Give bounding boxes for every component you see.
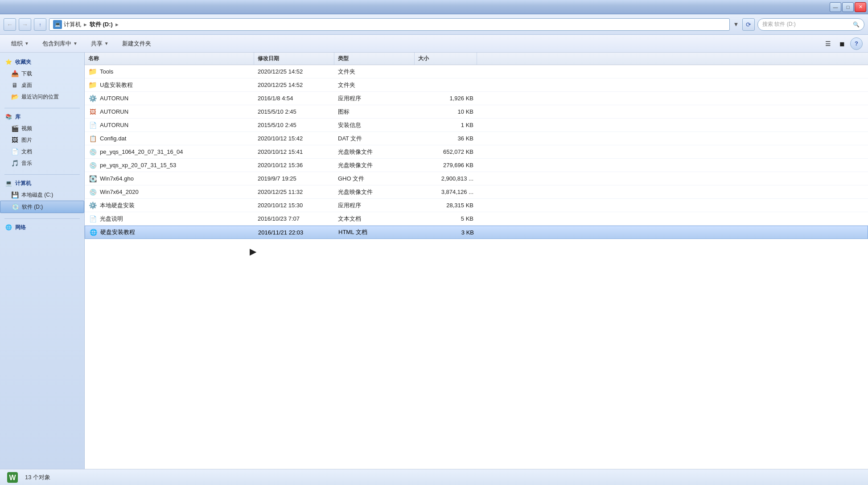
file-name-text: Tools	[100, 68, 113, 75]
file-date-cell: 2020/12/25 11:32	[254, 185, 334, 198]
col-header-size[interactable]: 大小	[415, 53, 477, 65]
file-type-cell: 图标	[334, 105, 415, 118]
file-date-cell: 2015/5/10 2:45	[254, 105, 334, 118]
downloads-icon: 📥	[11, 70, 19, 78]
file-size-cell: 1 KB	[415, 119, 477, 132]
file-type-icon: 💿	[88, 148, 97, 156]
table-row[interactable]: 📄 光盘说明 2016/10/23 7:07 文本文档 5 KB	[85, 212, 868, 226]
file-date-text: 2020/12/25 14:52	[258, 82, 303, 88]
close-button[interactable]: ✕	[855, 2, 866, 12]
help-button[interactable]: ?	[850, 37, 863, 50]
table-row[interactable]: 🌐 硬盘安装教程 2016/11/21 22:03 HTML 文档 3 KB	[85, 226, 868, 239]
file-size-cell: 279,696 KB	[415, 159, 477, 172]
file-size-text: 36 KB	[458, 135, 473, 142]
sidebar-item-recent[interactable]: 📂 最近访问的位置	[0, 91, 84, 103]
sidebar-item-video[interactable]: 🎬 视频	[0, 123, 84, 134]
file-size-cell	[415, 78, 477, 91]
sidebar-item-pictures[interactable]: 🖼 图片	[0, 134, 84, 146]
file-type-icon: 💿	[88, 161, 97, 170]
forward-button[interactable]: →	[19, 18, 31, 31]
sidebar-item-software-d[interactable]: 💿 软件 (D:)	[0, 201, 84, 213]
back-button[interactable]: ←	[4, 18, 16, 31]
sidebar-item-music[interactable]: 🎵 音乐	[0, 157, 84, 169]
file-size-cell: 10 KB	[415, 105, 477, 118]
table-row[interactable]: 💽 Win7x64.gho 2019/9/7 19:25 GHO 文件 2,90…	[85, 172, 868, 185]
breadcrumb-sep-1: ►	[83, 22, 88, 27]
sidebar-library-header[interactable]: 📚 库	[0, 111, 84, 123]
col-header-name[interactable]: 名称	[85, 53, 254, 65]
refresh-button[interactable]: ⟳	[742, 18, 755, 31]
file-rows-container: 📁 Tools 2020/12/25 14:52 文件夹 📁 U盘安装教程 20…	[85, 65, 868, 239]
view-options-button[interactable]: ☰	[822, 37, 834, 50]
file-size-text: 2,900,813 ...	[441, 175, 473, 182]
file-size-cell: 652,072 KB	[415, 145, 477, 158]
table-row[interactable]: 💿 Win7x64_2020 2020/12/25 11:32 光盘映像文件 3…	[85, 185, 868, 199]
search-bar[interactable]: 搜索 软件 (D:) 🔍	[757, 18, 864, 31]
include-library-button[interactable]: 包含到库中 ▼	[37, 37, 83, 50]
search-icon[interactable]: 🔍	[853, 21, 860, 28]
main-layout: ⭐ 收藏夹 📥 下载 🖥 桌面 📂 最近访问的位置	[0, 53, 868, 469]
file-date-cell: 2020/10/12 15:41	[254, 145, 334, 158]
file-size-text: 1,926 KB	[450, 95, 474, 102]
file-name-cell: 📋 Config.dat	[85, 132, 254, 145]
file-size-cell: 2,900,813 ...	[415, 172, 477, 185]
file-type-label: 文件夹	[338, 68, 355, 76]
table-row[interactable]: ⚙️ AUTORUN 2016/1/8 4:54 应用程序 1,926 KB	[85, 92, 868, 105]
table-row[interactable]: 🖼 AUTORUN 2015/5/10 2:45 图标 10 KB	[85, 105, 868, 119]
table-row[interactable]: 📋 Config.dat 2020/10/12 15:42 DAT 文件 36 …	[85, 132, 868, 145]
share-button[interactable]: 共享 ▼	[85, 37, 115, 50]
pictures-icon: 🖼	[11, 136, 19, 144]
table-row[interactable]: 📁 U盘安装教程 2020/12/25 14:52 文件夹	[85, 78, 868, 92]
minimize-button[interactable]: —	[830, 2, 841, 12]
breadcrumb-computer[interactable]: 计算机	[64, 21, 81, 29]
file-type-cell: 应用程序	[334, 199, 415, 212]
col-header-type[interactable]: 类型	[334, 53, 415, 65]
table-row[interactable]: ⚙️ 本地硬盘安装 2020/10/12 15:30 应用程序 28,315 K…	[85, 199, 868, 212]
view-toggle-button[interactable]: ◼	[836, 37, 848, 50]
col-header-date[interactable]: 修改日期	[254, 53, 334, 65]
table-row[interactable]: 📁 Tools 2020/12/25 14:52 文件夹	[85, 65, 868, 78]
file-type-cell: 安装信息	[334, 119, 415, 132]
organize-button[interactable]: 组织 ▼	[5, 37, 35, 50]
sidebar-item-local-c[interactable]: 💾 本地磁盘 (C:)	[0, 189, 84, 201]
sidebar-computer-header[interactable]: 💻 计算机	[0, 177, 84, 189]
up-button[interactable]: ↑	[34, 18, 46, 31]
file-size-cell: 3 KB	[415, 226, 477, 238]
file-name-text: pe_yqs_1064_20_07_31_16_04	[100, 148, 183, 155]
sidebar-divider-3	[4, 218, 80, 219]
status-count: 13 个对象	[25, 473, 50, 481]
file-type-cell: 文本文档	[334, 212, 415, 225]
table-row[interactable]: 💿 pe_yqs_xp_20_07_31_15_53 2020/10/12 15…	[85, 159, 868, 172]
sidebar-favorites-header[interactable]: ⭐ 收藏夹	[0, 56, 84, 68]
local-c-label: 本地磁盘 (C:)	[21, 191, 53, 199]
organize-arrow: ▼	[25, 41, 29, 46]
file-date-text: 2020/10/12 15:42	[258, 135, 303, 142]
file-type-icon: 📄	[88, 121, 97, 130]
file-name-cell: ⚙️ AUTORUN	[85, 92, 254, 105]
file-date-text: 2020/10/12 15:36	[258, 162, 303, 169]
file-date-cell: 2019/9/7 19:25	[254, 172, 334, 185]
breadcrumb-dropdown[interactable]: ▼	[732, 18, 740, 31]
file-type-label: 光盘映像文件	[338, 161, 373, 169]
table-row[interactable]: 📄 AUTORUN 2015/5/10 2:45 安装信息 1 KB	[85, 119, 868, 132]
breadcrumb-drive[interactable]: 软件 (D:)	[90, 21, 113, 29]
file-type-cell: 光盘映像文件	[334, 145, 415, 158]
file-name-text: pe_yqs_xp_20_07_31_15_53	[100, 162, 176, 169]
favorites-star-icon: ⭐	[4, 58, 12, 66]
file-date-text: 2016/10/23 7:07	[258, 215, 300, 222]
new-folder-button[interactable]: 新建文件夹	[116, 37, 157, 50]
file-name-text: AUTORUN	[100, 108, 128, 115]
maximize-button[interactable]: □	[842, 2, 854, 12]
sidebar-item-documents[interactable]: 📄 文档	[0, 146, 84, 157]
file-name-text: AUTORUN	[100, 95, 128, 102]
file-type-label: 文本文档	[338, 215, 361, 223]
sidebar-item-downloads[interactable]: 📥 下载	[0, 68, 84, 79]
file-type-label: 图标	[338, 108, 350, 116]
address-bar: ← → ↑ 💻 计算机 ► 软件 (D:) ► ▼ ⟳ 搜索 软件 (D:) 🔍	[0, 14, 868, 35]
table-row[interactable]: 💿 pe_yqs_1064_20_07_31_16_04 2020/10/12 …	[85, 145, 868, 159]
sidebar-item-desktop[interactable]: 🖥 桌面	[0, 79, 84, 91]
sidebar-network-header[interactable]: 🌐 网络	[0, 222, 84, 233]
file-name-cell: 📁 Tools	[85, 65, 254, 78]
file-size-cell: 28,315 KB	[415, 199, 477, 212]
breadcrumb[interactable]: 💻 计算机 ► 软件 (D:) ►	[49, 18, 730, 31]
